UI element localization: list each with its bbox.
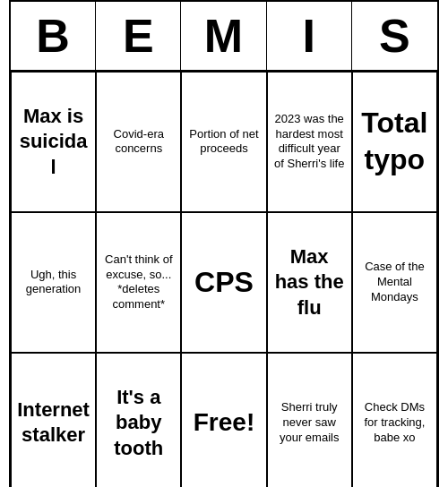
bingo-grid: Max is suicidalCovid-era concernsPortion…: [11, 72, 437, 487]
bingo-cell-7: CPS: [181, 212, 266, 353]
bingo-cell-2: Portion of net proceeds: [181, 72, 266, 212]
header-letter-s: S: [352, 2, 437, 70]
bingo-cell-13: Sherri truly never saw your emails: [267, 353, 352, 487]
header-letter-b: B: [11, 2, 96, 70]
bingo-cell-5: Ugh, this generation: [11, 212, 96, 353]
bingo-cell-10: Internet stalker: [11, 353, 96, 487]
bingo-cell-14: Check DMs for tracking, babe xo: [352, 353, 437, 487]
header-letter-m: M: [181, 2, 266, 70]
bingo-card: BEMIS Max is suicidalCovid-era concernsP…: [9, 0, 439, 487]
bingo-cell-11: It's a baby tooth: [96, 353, 181, 487]
bingo-cell-4: Total typo: [352, 72, 437, 212]
bingo-header: BEMIS: [11, 2, 437, 72]
bingo-cell-0: Max is suicidal: [11, 72, 96, 212]
bingo-cell-6: Can't think of excuse, so... *deletes co…: [96, 212, 181, 353]
bingo-cell-12: Free!: [181, 353, 266, 487]
bingo-cell-8: Max has the flu: [267, 212, 352, 353]
bingo-cell-3: 2023 was the hardest most difficult year…: [267, 72, 352, 212]
header-letter-e: E: [96, 2, 181, 70]
header-letter-i: I: [267, 2, 352, 70]
bingo-cell-9: Case of the Mental Mondays: [352, 212, 437, 353]
bingo-cell-1: Covid-era concerns: [96, 72, 181, 212]
